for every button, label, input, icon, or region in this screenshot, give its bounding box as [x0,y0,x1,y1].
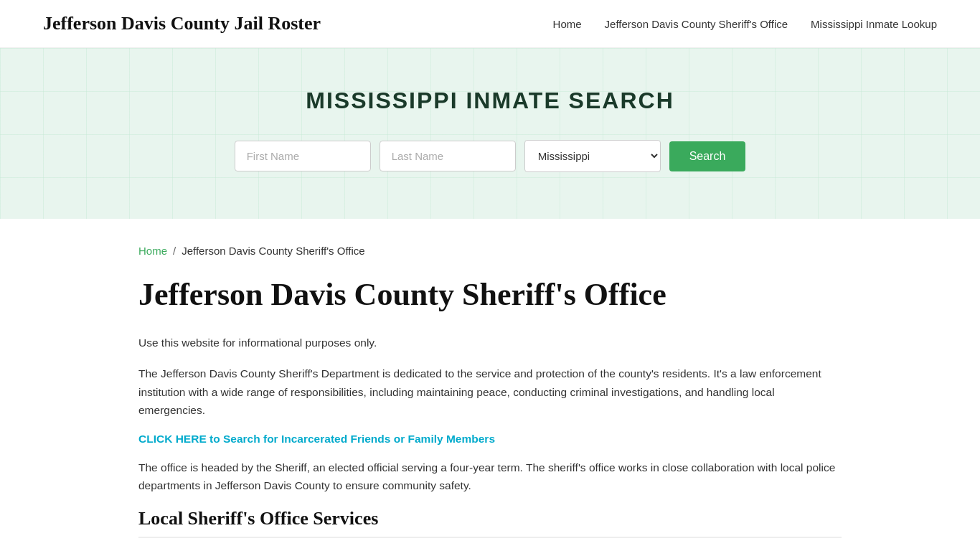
section-divider [138,537,842,538]
search-inmates-link[interactable]: CLICK HERE to Search for Incarcerated Fr… [138,433,495,446]
site-title: Jefferson Davis County Jail Roster [43,13,321,34]
hero-section: MISSISSIPPI INMATE SEARCH Mississippi Al… [0,48,980,219]
description-paragraph: The Jefferson Davis County Sheriff's Dep… [138,364,842,420]
search-button[interactable]: Search [669,141,746,171]
breadcrumb: Home / Jefferson Davis County Sheriff's … [138,245,842,257]
main-nav: Home Jefferson Davis County Sheriff's Of… [553,18,937,30]
sheriff-paragraph: The office is headed by the Sheriff, an … [138,458,842,495]
breadcrumb-separator: / [173,245,176,257]
intro-paragraph: Use this website for informational purpo… [138,334,842,352]
hero-title: MISSISSIPPI INMATE SEARCH [29,88,951,114]
last-name-input[interactable] [380,141,516,171]
nav-sheriffs-office[interactable]: Jefferson Davis County Sheriff's Office [605,18,788,30]
services-section-heading: Local Sheriff's Office Services [138,508,842,529]
site-header: Jefferson Davis County Jail Roster Home … [0,0,980,48]
main-content: Home / Jefferson Davis County Sheriff's … [95,219,885,551]
page-heading: Jefferson Davis County Sheriff's Office [138,277,842,314]
first-name-input[interactable] [235,141,371,171]
inmate-search-form: Mississippi Alabama Arkansas Louisiana T… [29,140,951,172]
breadcrumb-current: Jefferson Davis County Sheriff's Office [182,245,364,257]
state-select[interactable]: Mississippi Alabama Arkansas Louisiana T… [524,140,661,172]
nav-home[interactable]: Home [553,18,582,30]
nav-inmate-lookup[interactable]: Mississippi Inmate Lookup [811,18,937,30]
breadcrumb-home-link[interactable]: Home [138,245,167,257]
